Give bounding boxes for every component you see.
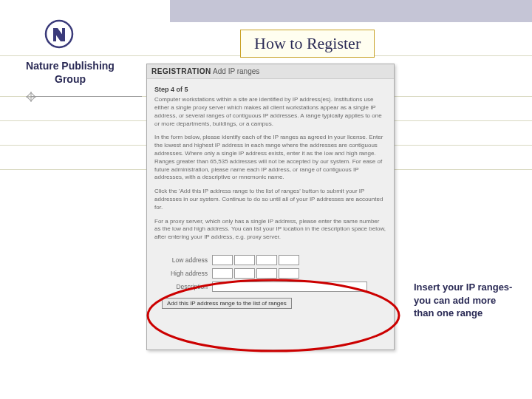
- ip-octet-input[interactable]: [234, 255, 255, 265]
- instruction-paragraph: In the form below, please identify each …: [154, 134, 386, 182]
- ip-octet-input[interactable]: [212, 255, 233, 265]
- page-title: How to Register: [240, 30, 375, 58]
- screenshot-body: Step 4 of 5 Computer workstations within…: [147, 79, 394, 252]
- high-address-label: High address: [154, 270, 212, 277]
- low-address-row: Low address: [154, 255, 386, 265]
- ip-range-form: Low address High address Description Add…: [147, 252, 394, 315]
- description-label: Description: [154, 283, 212, 290]
- step-indicator: Step 4 of 5: [154, 85, 386, 94]
- brand-underline: [31, 96, 142, 97]
- brand-logo: [44, 19, 74, 49]
- callout-text: Insert your IP ranges- you can add more …: [414, 281, 517, 320]
- ip-octet-input[interactable]: [256, 268, 277, 279]
- header-rest: Add IP ranges: [213, 67, 259, 75]
- add-range-button[interactable]: Add this IP address range to the list of…: [162, 298, 292, 309]
- low-address-label: Low address: [154, 256, 212, 264]
- header-bold: REGISTRATION: [151, 67, 211, 75]
- ip-octet-input[interactable]: [234, 268, 255, 279]
- description-input[interactable]: [212, 282, 367, 292]
- instruction-paragraph: Click the 'Add this IP address range to …: [154, 188, 386, 211]
- brand-name: Nature Publishing Group: [11, 59, 129, 86]
- description-row: Description: [154, 282, 386, 292]
- top-bar: [170, 0, 532, 22]
- high-address-row: High address: [154, 268, 386, 279]
- ip-octet-input[interactable]: [212, 268, 233, 279]
- instruction-paragraph: Computer workstations within a site are …: [154, 96, 386, 128]
- registration-screenshot: REGISTRATION Add IP ranges Step 4 of 5 C…: [146, 64, 395, 350]
- screenshot-header: REGISTRATION Add IP ranges: [147, 64, 394, 79]
- ip-octet-input[interactable]: [279, 268, 299, 279]
- ip-octet-input[interactable]: [279, 255, 299, 265]
- ip-octet-input[interactable]: [256, 255, 277, 265]
- instruction-paragraph: For a proxy server, which only has a sin…: [154, 218, 386, 242]
- diamond-bullet-icon: [26, 92, 36, 102]
